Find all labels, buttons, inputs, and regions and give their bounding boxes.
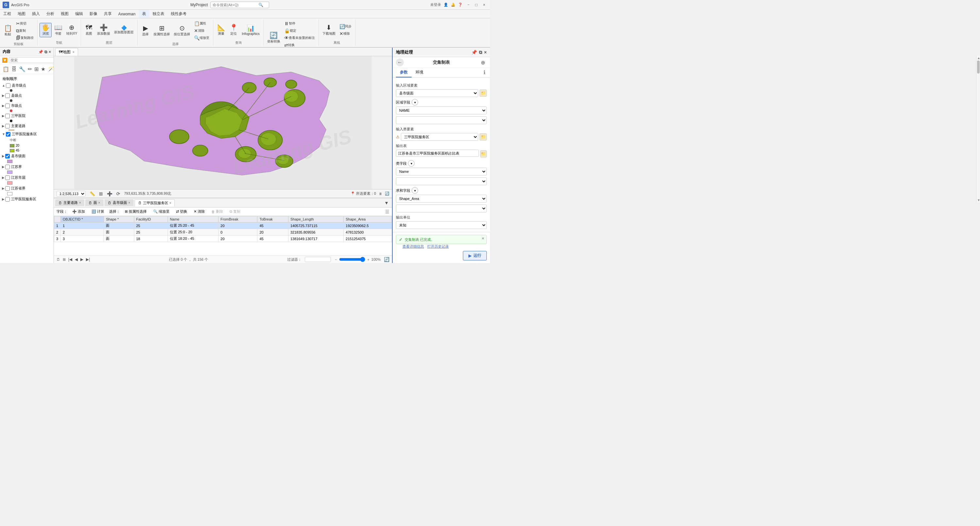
add-point-icon[interactable]: ➕ xyxy=(107,191,112,196)
layer-checkbox[interactable] xyxy=(6,83,10,88)
infographics-button[interactable]: 📊 Infographics xyxy=(240,24,261,37)
add-data-button[interactable]: ➕ 添加数据 xyxy=(95,23,112,37)
database-icon[interactable]: 🗄 xyxy=(11,66,18,73)
zoom-to-button[interactable]: 🔍 缩放至 xyxy=(192,35,211,41)
geo-back-button[interactable]: ← xyxy=(396,59,404,66)
by-attr-button[interactable]: ⊞ 按属性选择 xyxy=(123,209,148,215)
input-class-file-button[interactable]: 📁 xyxy=(480,133,487,140)
attr-tab-roads[interactable]: 🗒 主要道路 × xyxy=(55,199,84,206)
geo-tab-params[interactable]: 参数 xyxy=(396,68,412,77)
input-area-file-button[interactable]: 📁 xyxy=(480,89,487,97)
expand-icon[interactable]: ▶ xyxy=(2,114,5,118)
maximize-button[interactable]: □ xyxy=(473,2,480,8)
pencil-icon[interactable]: ✏ xyxy=(27,65,33,73)
shape-header[interactable]: Shape * xyxy=(104,216,134,223)
prev-btn[interactable]: ◀ xyxy=(75,257,78,262)
sidebar-close-button[interactable]: × xyxy=(49,49,51,54)
layer-search-input[interactable] xyxy=(9,57,54,63)
sidebar-float-button[interactable]: ⧉ xyxy=(45,49,48,54)
menu-standalone[interactable]: 独立表 xyxy=(149,10,167,18)
menu-edit[interactable]: 编辑 xyxy=(72,10,86,18)
attr-tab-face-close[interactable]: × xyxy=(98,201,100,204)
output-unit-select[interactable]: 未知 xyxy=(396,221,487,229)
expand-icon[interactable]: ▶ xyxy=(2,104,5,107)
select-by-attr-button[interactable]: ⊞ 按属性选择 xyxy=(152,24,172,38)
search-input[interactable] xyxy=(213,3,258,7)
expand-icon[interactable]: ▶ xyxy=(2,94,5,97)
layer-checkbox[interactable] xyxy=(5,124,10,128)
select-button[interactable]: ▶ 选择 xyxy=(140,24,151,38)
layer-item-service-area[interactable]: ▼ 三甲医院服务区 xyxy=(0,131,54,137)
zoom-slider[interactable] xyxy=(339,257,365,262)
layer-item-jiangsu-city[interactable]: ▶ 江苏市届 xyxy=(0,174,54,181)
layer-checkbox[interactable] xyxy=(5,175,10,180)
area-field-expand[interactable]: ▾ xyxy=(412,99,418,105)
map-container[interactable]: Learning GIS Learning GIS xyxy=(54,56,392,189)
table-row[interactable]: 3 3 面 18 位置 18:20 - 45 20 45 1381649.130… xyxy=(54,236,392,242)
clear-attr-btn[interactable]: ✕ 清除 xyxy=(192,209,207,215)
minimize-button[interactable]: － xyxy=(465,2,472,8)
goto-xy-button[interactable]: ⊕ 转到XY xyxy=(65,23,79,37)
table-row[interactable]: 1 1 面 25 位置 25:20 - 45 20 45 1405725.737… xyxy=(54,223,392,229)
clear-button[interactable]: ✕ 清除 xyxy=(192,27,211,34)
facilityid-header[interactable]: FacilityID xyxy=(134,216,167,223)
open-history-link[interactable]: 打开历史记录 xyxy=(427,244,449,249)
attr-tab-face[interactable]: 🗒 面 × xyxy=(85,199,103,206)
table-view-icon[interactable]: 🗒 xyxy=(57,257,60,261)
tobreak-header[interactable]: ToBreak xyxy=(258,216,288,223)
input-class-select[interactable]: 三甲医院服务区 xyxy=(401,133,478,141)
area-field-sub-select[interactable] xyxy=(396,116,487,124)
attribute-button[interactable]: 📋 属性 xyxy=(192,20,211,27)
class-field-sub-select[interactable] xyxy=(396,177,487,185)
card-view-icon[interactable]: ⊞ xyxy=(63,257,66,262)
menu-table[interactable]: 表 xyxy=(139,10,149,18)
view-detail-link[interactable]: 查看详细信息 xyxy=(402,244,424,249)
copy-path-button[interactable]: 🗐 复制路径 xyxy=(14,35,35,41)
menu-share[interactable]: 共享 xyxy=(100,10,115,18)
table-row[interactable]: 2 2 面 25 位置 25:0 - 20 0 20 321835.809556… xyxy=(54,229,392,236)
expand-icon[interactable]: ▶ xyxy=(2,124,5,128)
grid-icon[interactable]: ⊞ xyxy=(33,65,39,73)
name-header[interactable]: Name xyxy=(167,216,218,223)
menu-map[interactable]: 地图 xyxy=(14,10,29,18)
expand-icon[interactable]: ▶ xyxy=(2,165,5,169)
class-field-expand[interactable]: ▾ xyxy=(408,160,415,167)
first-btn[interactable]: |◀ xyxy=(68,257,72,262)
layer-item-jiangsu-province[interactable]: ▶ 江苏省界 xyxy=(0,185,54,191)
last-btn[interactable]: ▶| xyxy=(86,257,90,262)
geo-add-favorite-button[interactable]: ⊕ xyxy=(479,59,487,66)
sidebar-pin-button[interactable]: 📌 xyxy=(38,49,43,54)
expand-icon[interactable]: ▶ xyxy=(2,154,5,158)
layer-checkbox[interactable] xyxy=(5,186,10,191)
delete-btn[interactable]: 🗑 删除 xyxy=(210,209,225,215)
attr-tab-county[interactable]: 🗒 县市级面 × xyxy=(105,199,134,206)
measure-button[interactable]: 📐 测量 xyxy=(215,23,227,37)
expand-icon[interactable]: ▲ xyxy=(2,84,5,87)
layer-item-city-points[interactable]: ▶ 市级点 xyxy=(0,103,54,109)
view-unplaced-button[interactable]: 👁 查看未放显的标注 xyxy=(283,35,317,41)
geo-status-close[interactable]: × xyxy=(482,236,484,241)
layer-item-service-area-2[interactable]: ▶ 三甲医院服务区 xyxy=(0,196,54,202)
frombreak-header[interactable]: FromBreak xyxy=(218,216,258,223)
menu-axwoman[interactable]: Axwoman xyxy=(115,11,139,17)
sum-field-sub-select[interactable] xyxy=(396,204,487,212)
refresh-table-icon[interactable]: 🔄 xyxy=(384,257,390,262)
map-tab-close[interactable]: × xyxy=(73,50,75,54)
zoom-in-icon[interactable]: ＋ xyxy=(366,257,370,262)
expand-icon[interactable]: ▶ xyxy=(2,176,5,179)
layer-item-county-city-points[interactable]: ▲ 县市级点 xyxy=(0,82,54,89)
sum-field-expand[interactable]: ▾ xyxy=(412,187,418,194)
sync-button[interactable]: 🔃 同步 xyxy=(338,23,353,30)
coord-convert-button[interactable]: 🔄 坐标转换 xyxy=(266,31,282,45)
layer-checkbox[interactable] xyxy=(5,93,10,98)
expand-icon[interactable]: ▶ xyxy=(2,186,5,190)
layer-checkbox[interactable] xyxy=(5,165,10,169)
objectid-header[interactable]: OBJECTID * xyxy=(61,216,104,223)
scale-select[interactable]: 1:2,535,113 xyxy=(57,191,86,197)
layer-item-hospital[interactable]: ▶ 三甲医院 xyxy=(0,113,54,119)
layer-checkbox[interactable] xyxy=(5,197,10,202)
locate-button[interactable]: 📍 定位 xyxy=(228,23,239,37)
attr-tab-service-close[interactable]: × xyxy=(170,201,172,205)
cut-button[interactable]: ✂ 剪切 xyxy=(14,20,35,27)
geo-float-button[interactable]: ⧉ xyxy=(479,49,482,55)
